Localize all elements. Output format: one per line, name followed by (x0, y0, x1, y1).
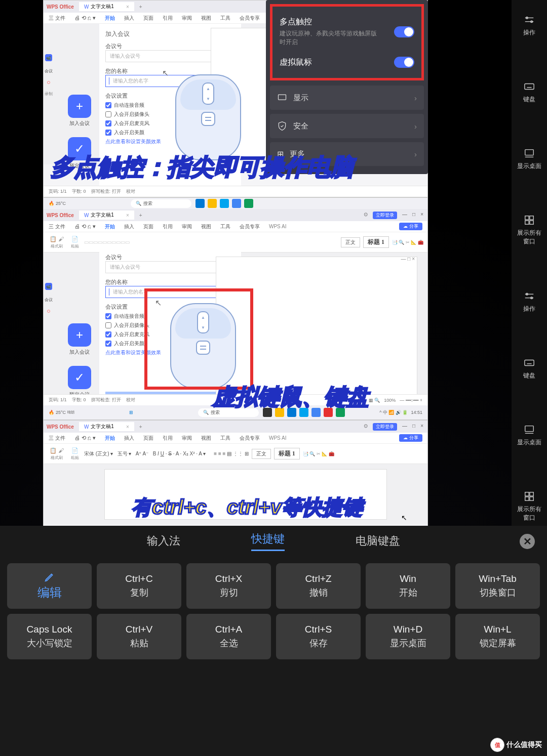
svg-rect-20 (525, 360, 534, 365)
key-ctrl-x[interactable]: Ctrl+X剪切 (186, 563, 271, 609)
wps-tab[interactable]: W文字文稿1× (79, 2, 134, 11)
style-normal[interactable]: 正文 (341, 237, 360, 247)
key-ctrl-v[interactable]: Ctrl+V粘贴 (97, 614, 181, 659)
menu-review[interactable]: 审阅 (182, 223, 192, 230)
menu-file[interactable]: 三 文件 (49, 223, 65, 230)
keyboard-panel: 输入法 快捷键 电脑键盘 ✕ 编辑 Ctrl+C复制 Ctrl+X剪切 Ctrl… (0, 526, 547, 756)
tb-icon[interactable] (220, 199, 229, 208)
menu-start[interactable]: 开始 (105, 15, 115, 22)
key-ctrl-a[interactable]: Ctrl+A全选 (186, 614, 271, 659)
tb-icon[interactable] (208, 199, 217, 208)
record-icon[interactable] (47, 81, 50, 84)
search-box[interactable]: 🔍搜索 (131, 199, 191, 208)
side-keyboard2[interactable]: 键盘 (512, 353, 547, 384)
setting-security[interactable]: 安全 › (270, 114, 424, 138)
join-meeting-icon[interactable]: + (68, 323, 91, 347)
status-page: 页码: 1/1 (49, 188, 67, 195)
menu-ref[interactable]: 引用 (163, 223, 173, 230)
setting-multitouch[interactable]: 多点触控 建议玩原神、杀戮尖塔等游戏触屏版时开启 (280, 12, 414, 52)
side-all-windows2[interactable]: 展示所有 窗口 (512, 487, 547, 526)
key-win-l[interactable]: Win+L锁定屏幕 (455, 614, 540, 659)
setting-virtual-mouse[interactable]: 虚拟鼠标 (280, 52, 414, 73)
add-tab[interactable]: + (139, 213, 142, 218)
meeting-icon[interactable]: 📹 (45, 283, 52, 290)
menu-review[interactable]: 审阅 (182, 15, 192, 22)
wps-logo: WPS Office (47, 4, 74, 10)
chevron-right-icon: › (414, 150, 417, 158)
monitor-icon (524, 424, 535, 435)
schedule-meeting-icon[interactable]: ✓ (68, 366, 91, 389)
style-heading[interactable]: 标题 1 (363, 236, 389, 248)
menu-tools[interactable]: 工具 (220, 223, 230, 230)
record-icon[interactable] (47, 310, 50, 313)
svg-rect-15 (530, 221, 533, 224)
key-win-d[interactable]: Win+D显示桌面 (366, 614, 450, 659)
key-edit[interactable]: 编辑 (7, 563, 92, 609)
tb-icon[interactable] (244, 199, 253, 208)
svg-rect-12 (525, 216, 529, 220)
key-ctrl-c[interactable]: Ctrl+C复制 (97, 563, 181, 609)
menu-start[interactable]: 开始 (105, 223, 115, 230)
side-operate[interactable]: 操作 (512, 10, 547, 41)
meeting-icon[interactable]: 📹 (45, 54, 52, 61)
menu-view[interactable]: 视图 (201, 223, 211, 230)
key-ctrl-s[interactable]: Ctrl+S保存 (276, 614, 361, 659)
menu-page[interactable]: 页面 (143, 15, 153, 22)
annotation-2: 虚拟键鼠、键盘 (213, 382, 369, 412)
setting-label: 安全 (293, 121, 308, 131)
side-all-windows[interactable]: 展示所有 窗口 (512, 211, 547, 250)
svg-rect-26 (525, 497, 529, 500)
tab-shortcuts[interactable]: 快捷键 (251, 531, 285, 551)
share-btn[interactable]: ☁ 分享 (399, 223, 422, 230)
wps-tab[interactable]: W文字文稿1× (79, 211, 134, 220)
cursor-icon: ↖ (401, 514, 407, 522)
login-btn[interactable]: 立即登录 (373, 212, 397, 219)
menu-insert[interactable]: 插入 (124, 15, 134, 22)
status-proof: 校对 (126, 188, 135, 195)
status-spell: 拼写检查: 打开 (91, 188, 121, 195)
key-win[interactable]: Win开始 (366, 563, 450, 609)
setting-title: 虚拟鼠标 (280, 57, 312, 68)
tab-ime[interactable]: 输入法 (147, 533, 180, 549)
tb-icon[interactable] (232, 199, 241, 208)
highlighted-settings: 多点触控 建议玩原神、杀戮尖塔等游戏触屏版时开启 虚拟鼠标 (270, 4, 424, 80)
menu-tools[interactable]: 工具 (220, 15, 230, 22)
side-desktop2[interactable]: 显示桌面 (512, 420, 547, 451)
wps-tabbar: WPS Office W文字文稿1× + ⊙立即登录—□× (44, 209, 427, 221)
toggle-switch[interactable] (394, 57, 414, 68)
wps-ai[interactable]: WPS AI (269, 224, 286, 229)
wps-menubar: 三 文件 🖨 ⟲ ⎌ ▾ 开始 插入 页面 引用 审阅 视图 工具 会员专享 W… (44, 433, 427, 444)
menu-file[interactable]: 三 文件 (49, 15, 65, 22)
side-label: 显示桌面 (517, 438, 541, 447)
join-meeting-icon[interactable]: + (68, 95, 91, 118)
cursor-icon: ↖ (162, 68, 170, 78)
grid-icon (524, 215, 535, 226)
menu-ref[interactable]: 引用 (163, 15, 173, 22)
add-tab[interactable]: + (139, 4, 142, 10)
side-desktop[interactable]: 显示桌面 (512, 144, 547, 175)
menu-page[interactable]: 页面 (143, 223, 153, 230)
sliders-icon (524, 14, 535, 25)
tb-icon[interactable] (196, 199, 205, 208)
weather[interactable]: 🔥25°C (49, 201, 66, 206)
side-keyboard[interactable]: 键盘 (512, 77, 547, 108)
key-ctrl-z[interactable]: Ctrl+Z撤销 (276, 563, 361, 609)
menu-vip[interactable]: 会员专享 (240, 223, 260, 230)
close-button[interactable]: ✕ (520, 534, 535, 549)
annotation-3: 有ctrl+c、ctrl+v等快捷键 (132, 493, 363, 521)
key-caps[interactable]: Caps Lock大小写锁定 (7, 614, 92, 659)
keyboard-tabs: 输入法 快捷键 电脑键盘 ✕ (0, 526, 547, 556)
svg-rect-13 (530, 216, 533, 220)
key-win-tab[interactable]: Win+Tab切换窗口 (455, 563, 540, 609)
menu-view[interactable]: 视图 (201, 15, 211, 22)
svg-rect-22 (525, 426, 534, 432)
monitor-icon (524, 148, 535, 159)
side-operate2[interactable]: 操作 (512, 286, 547, 317)
tab-pc-keyboard[interactable]: 电脑键盘 (356, 533, 400, 549)
menu-vip[interactable]: 会员专享 (240, 15, 260, 22)
setting-display[interactable]: 显示 › (270, 86, 424, 110)
toggle-switch[interactable] (394, 26, 414, 37)
side-label: 键盘 (523, 95, 535, 104)
side-label: 键盘 (523, 371, 535, 380)
menu-insert[interactable]: 插入 (124, 223, 134, 230)
